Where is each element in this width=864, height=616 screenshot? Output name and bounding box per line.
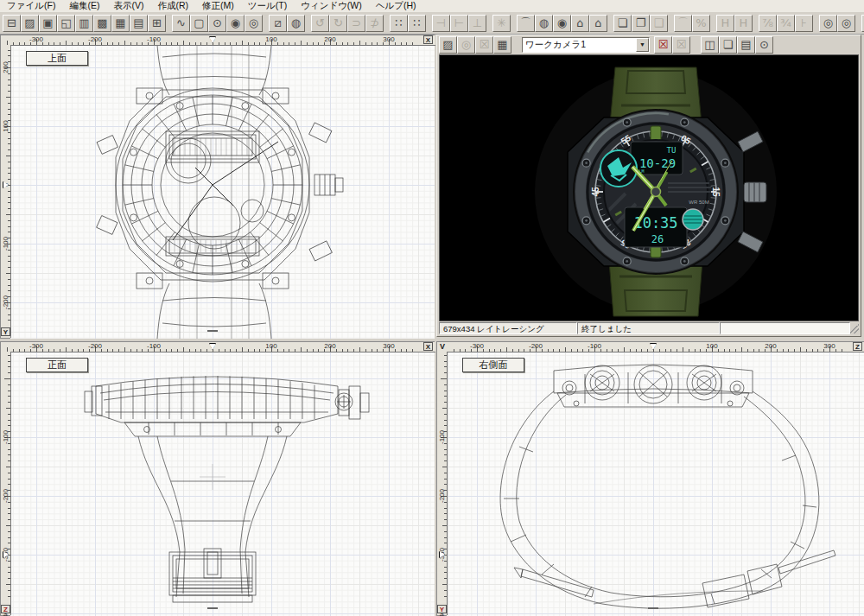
window-bands-button[interactable]: ▥	[75, 15, 93, 32]
svg-text:26: 26	[651, 233, 664, 245]
hruler-label: 200	[765, 342, 776, 350]
render-stop-button[interactable]: ☒	[475, 36, 493, 54]
bridge-b-button[interactable]: H	[734, 15, 753, 32]
viewport-front[interactable]: 正面 -300-200-1000100200300X	[0, 341, 435, 616]
viewport-side-canvas[interactable]: 右側面	[447, 352, 864, 616]
resize-grip[interactable]	[850, 323, 859, 333]
menu-item-2[interactable]: 表示(V)	[106, 0, 150, 12]
tool-disc-button[interactable]: ◎	[245, 15, 263, 32]
copy-button[interactable]: ❏	[613, 15, 632, 32]
menu-item-4[interactable]: 修正(M)	[195, 0, 241, 12]
viewport-side-hruler[interactable]: -300-200-1000100200300ZV	[437, 342, 864, 352]
render-canvas[interactable]: 55 05 15 25 35 45 TU 10-29 ALM	[439, 54, 859, 321]
tool-shade-button[interactable]: ◍	[287, 15, 305, 32]
h-axis-box-X[interactable]: X	[423, 342, 433, 351]
viewport-front-hruler[interactable]: -300-200-1000100200300X	[1, 342, 435, 352]
toolbar-group-0: ⊟▨▣◱▥▩▦▤⊞	[3, 15, 166, 32]
scatter-a-button[interactable]: ∷	[390, 15, 408, 32]
viewport-top-canvas[interactable]: 上面	[10, 45, 435, 339]
menu-item-7[interactable]: ヘルプ(H)	[369, 0, 423, 12]
render-window[interactable]: ▨◎☒▦ワークカメラ1▼☒☒◫❏▤⊙	[436, 35, 861, 337]
viewport-side[interactable]: 右側面 -300-200-100010	[436, 341, 864, 616]
hruler-label: 300	[823, 342, 835, 350]
window-wire-button[interactable]: ▨	[21, 15, 39, 32]
viewport-front-vruler[interactable]: -100-200-300-400	[1, 352, 11, 615]
bell-a-button[interactable]: ⌂	[571, 15, 589, 32]
render-clear-button[interactable]: ☒	[654, 36, 672, 54]
render-camera-select[interactable]: ワークカメラ1▼	[522, 37, 650, 53]
tool-hatch-button[interactable]: ⧄	[269, 15, 287, 32]
seq-b-button[interactable]: ¾	[777, 15, 795, 32]
globe-a-button[interactable]: ◍	[535, 15, 553, 32]
window-sub-button[interactable]: ⊞	[148, 15, 166, 32]
globe-b-button[interactable]: ◉	[553, 15, 571, 32]
window-solid-button[interactable]: ▣	[39, 15, 57, 32]
toolbar-group-10: HH	[716, 15, 753, 32]
undo-button[interactable]: ↺	[311, 15, 329, 32]
window-grid-button[interactable]: ▦	[111, 15, 130, 32]
viewport-top[interactable]: 上面	[0, 35, 435, 339]
link-button[interactable]: ⊃	[347, 15, 365, 32]
toolbar-group-11: ⅞¾⊦	[759, 15, 813, 32]
toolbar-group-9: ⌒%	[674, 15, 710, 32]
window-quarter-button[interactable]: ◱	[57, 15, 75, 32]
tool-circle-button[interactable]: ⊙	[208, 15, 226, 32]
menu-item-5[interactable]: ツール(T)	[241, 0, 294, 12]
camera-b-button[interactable]: ◎	[837, 15, 855, 32]
bridge-a-button[interactable]: H	[716, 15, 734, 32]
menu-bar: ファイル(F)編集(E)表示(V)作成(R)修正(M)ツール(T)ウィンドウ(W…	[0, 0, 864, 13]
percent-button[interactable]: %	[692, 15, 710, 32]
v-axis-box-Z[interactable]: Z	[1, 605, 10, 613]
h-axis-box-Z[interactable]: Z	[853, 342, 862, 351]
seq-c-button[interactable]: ⊦	[795, 15, 813, 32]
render-copy-button[interactable]: ❏	[719, 36, 737, 54]
arc-tool-button[interactable]: ⌒	[517, 15, 535, 32]
menu-item-1[interactable]: 編集(E)	[62, 0, 106, 12]
v-axis-box-Y[interactable]: Y	[1, 327, 10, 336]
menu-item-3[interactable]: 作成(R)	[150, 0, 195, 12]
duplicate-button[interactable]: ❐	[632, 15, 650, 32]
viewport-side-vruler[interactable]: -100-200-300-400	[437, 352, 448, 615]
render-pause-button[interactable]: ◎	[457, 36, 475, 54]
curve-close-button[interactable]: ⌒	[674, 15, 692, 32]
bell-b-button[interactable]: ⌂	[589, 15, 607, 32]
vruler-label: -200	[2, 295, 10, 309]
v-axis-box-Y[interactable]: Y	[437, 605, 447, 613]
align-center-button[interactable]: ⊢	[450, 15, 468, 32]
svg-text:45: 45	[591, 187, 600, 197]
unlink-button[interactable]: ⊅	[365, 15, 384, 32]
align-bottom-button[interactable]: ⊥	[468, 15, 486, 32]
render-start-button[interactable]: ▦	[493, 36, 511, 54]
viewport-top-vruler[interactable]: 2001000-100-200	[1, 45, 11, 338]
paste-button[interactable]: ❑	[650, 15, 668, 32]
tool-rect-button[interactable]: ▢	[190, 15, 208, 32]
render-btns-file: ◫❏▤⊙	[701, 36, 773, 54]
render-toolbar: ▨◎☒▦ワークカメラ1▼☒☒◫❏▤⊙	[437, 35, 861, 54]
align-left-button[interactable]: ⊣	[432, 15, 450, 32]
vruler-label: -200	[438, 489, 446, 503]
camera-a-button[interactable]: ◎	[819, 15, 837, 32]
render-clear-all-button[interactable]: ☒	[672, 36, 690, 54]
viewport-front-canvas[interactable]: 正面	[10, 352, 435, 616]
window-pattern-button[interactable]: ▩	[93, 15, 111, 32]
hruler-label: -100	[147, 342, 161, 350]
hruler-label: -300	[470, 342, 484, 350]
viewport-top-hruler[interactable]: -300-200-1000100200300X	[1, 35, 435, 46]
h-axis-box-X[interactable]: X	[423, 35, 433, 44]
smooth-button[interactable]: ✳	[492, 15, 511, 32]
redo-button[interactable]: ↻	[329, 15, 347, 32]
scatter-b-button[interactable]: ∷	[408, 15, 426, 32]
render-magnify-button[interactable]: ⊙	[755, 36, 773, 54]
render-print-button[interactable]: ▤	[737, 36, 755, 54]
render-save-button[interactable]: ◫	[701, 36, 719, 54]
tool-sphere-button[interactable]: ◉	[226, 15, 245, 32]
chevron-down-icon[interactable]: ▼	[636, 38, 649, 52]
render-status-size: 679x434 レイトレーシング	[439, 322, 577, 334]
tool-curve-button[interactable]: ∿	[172, 15, 190, 32]
render-options-button[interactable]: ▨	[439, 36, 457, 54]
window-layout-button[interactable]: ⊟	[3, 15, 21, 32]
seq-a-button[interactable]: ⅞	[759, 15, 777, 32]
menu-item-6[interactable]: ウィンドウ(W)	[294, 0, 369, 12]
menu-item-0[interactable]: ファイル(F)	[0, 0, 62, 12]
window-rows-button[interactable]: ▤	[130, 15, 148, 32]
